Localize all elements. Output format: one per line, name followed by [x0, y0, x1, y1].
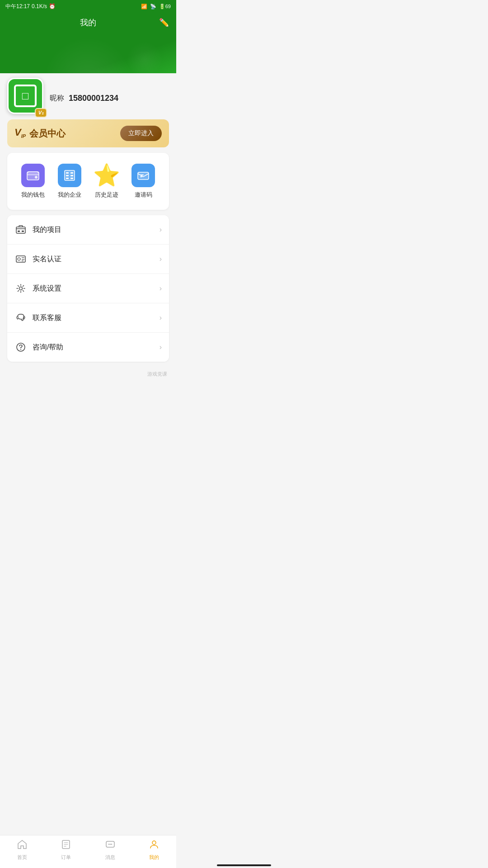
action-history[interactable]: ⭐ 历史足迹 — [95, 164, 118, 199]
menu-item-help[interactable]: 咨询/帮助 › — [7, 333, 169, 362]
vip-banner-left: VIP 会员中心 — [14, 127, 66, 140]
avatar-symbol: □ — [22, 90, 29, 102]
svg-rect-5 — [66, 172, 69, 174]
profile-section: □ V₁ 昵称 15800001234 — [0, 73, 176, 114]
svg-rect-14 — [16, 227, 25, 233]
projects-label: 我的项目 — [33, 225, 160, 235]
svg-rect-6 — [70, 172, 73, 174]
status-right: 📶 📡 🔋69 — [141, 4, 171, 9]
support-arrow: › — [160, 314, 162, 322]
header: 我的 ✏️ — [0, 13, 176, 33]
realname-label: 实名认证 — [33, 255, 160, 264]
history-icon: ⭐ — [95, 164, 118, 187]
status-left: 中午12:17 0.1K/s ⏰ — [5, 3, 56, 10]
quick-actions-card: 我的钱包 我的企业 ⭐ — [7, 153, 169, 210]
support-icon — [14, 311, 27, 324]
company-icon — [58, 164, 81, 187]
avatar-container[interactable]: □ V₁ — [7, 78, 43, 114]
support-label: 联系客服 — [33, 313, 160, 323]
svg-point-21 — [20, 349, 21, 350]
vip-banner[interactable]: VIP 会员中心 立即进入 — [7, 119, 169, 147]
svg-point-19 — [19, 287, 23, 290]
help-icon — [14, 341, 27, 354]
svg-rect-13 — [140, 176, 142, 177]
invite-icon — [131, 164, 155, 187]
action-invite[interactable]: 邀请码 — [131, 164, 155, 199]
projects-arrow: › — [160, 226, 162, 234]
status-speed: 0.1K/s — [32, 3, 47, 9]
battery-icon: 🔋69 — [159, 4, 171, 9]
realname-arrow: › — [160, 255, 162, 263]
svg-rect-9 — [66, 178, 69, 179]
svg-rect-2 — [27, 174, 39, 175]
svg-rect-15 — [18, 231, 20, 232]
menu-item-support[interactable]: 联系客服 › — [7, 303, 169, 333]
help-label: 咨询/帮助 — [33, 343, 160, 352]
menu-list: 我的项目 › 实名认证 › — [7, 215, 169, 362]
vip-badge: V₁ — [35, 108, 47, 118]
company-label: 我的企业 — [58, 191, 81, 199]
svg-point-18 — [18, 258, 20, 260]
svg-rect-11 — [138, 172, 149, 179]
nickname-label: 昵称 — [50, 94, 64, 103]
svg-rect-16 — [22, 231, 24, 232]
help-arrow: › — [160, 343, 162, 351]
quick-actions-grid: 我的钱包 我的企业 ⭐ — [14, 160, 162, 203]
status-bar: 中午12:17 0.1K/s ⏰ 📶 📡 🔋69 — [0, 0, 176, 13]
action-wallet[interactable]: 我的钱包 — [21, 164, 45, 199]
svg-rect-8 — [70, 175, 73, 176]
vip-logo: VIP — [14, 127, 26, 139]
signal-icon: 📶 — [141, 4, 147, 9]
svg-point-3 — [35, 176, 38, 179]
projects-icon — [14, 223, 27, 236]
settings-icon — [14, 282, 27, 295]
edit-icon[interactable]: ✏️ — [159, 18, 169, 28]
action-company[interactable]: 我的企业 — [58, 164, 81, 199]
settings-arrow: › — [160, 284, 162, 292]
profile-info: 昵称 15800001234 — [50, 94, 118, 103]
vip-center-text: 会员中心 — [29, 127, 66, 140]
wallet-icon — [21, 164, 45, 187]
realname-icon — [14, 253, 27, 265]
svg-rect-7 — [66, 175, 69, 176]
status-time: 中午12:17 — [5, 3, 30, 10]
svg-rect-0 — [27, 172, 39, 180]
page-title: 我的 — [80, 17, 96, 28]
menu-item-projects[interactable]: 我的项目 › — [7, 215, 169, 245]
invite-label: 邀请码 — [135, 191, 152, 199]
menu-item-realname[interactable]: 实名认证 › — [7, 245, 169, 274]
svg-rect-12 — [140, 175, 144, 175]
avatar-inner: □ — [14, 85, 37, 107]
wifi-icon: 📡 — [150, 4, 156, 9]
menu-item-settings[interactable]: 系统设置 › — [7, 274, 169, 303]
settings-label: 系统设置 — [33, 284, 160, 293]
wallet-label: 我的钱包 — [21, 191, 45, 199]
history-label: 历史足迹 — [95, 191, 118, 199]
vip-level: V₁ — [38, 110, 43, 115]
profile-phone: 15800001234 — [69, 94, 118, 103]
vip-enter-button[interactable]: 立即进入 — [120, 126, 162, 141]
alarm-icon: ⏰ — [49, 3, 56, 9]
svg-rect-10 — [70, 178, 73, 179]
watermark: 游戏党课 — [0, 367, 176, 377]
